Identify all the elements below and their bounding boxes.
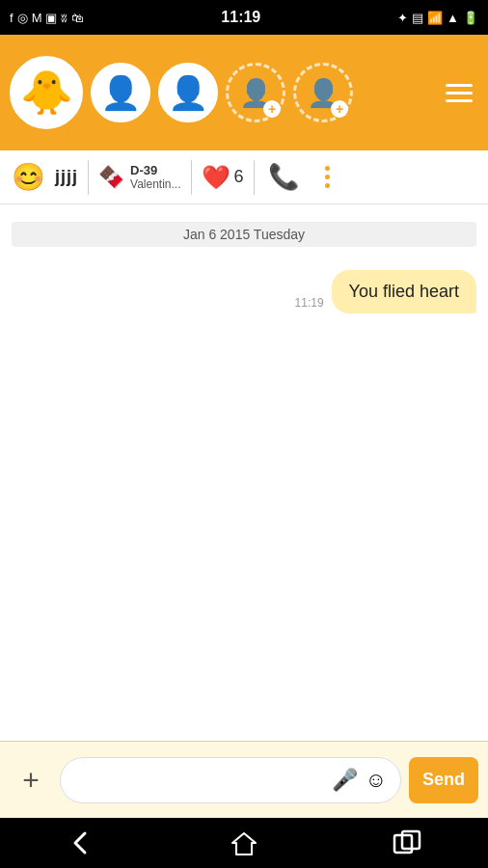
plus-badge-2: + [331, 100, 348, 118]
shop-icon: 🛍 [71, 11, 84, 25]
chat-area: Jan 6 2015 Tuesday 11:19 You flied heart [0, 204, 488, 741]
gmail-icon: M [32, 11, 42, 25]
divider-3 [254, 160, 255, 195]
plus-icon: + [22, 764, 40, 797]
avatar-user-teal[interactable]: 👤 [91, 63, 150, 122]
duck-icon: 🐥 [20, 71, 73, 114]
dot-1 [325, 166, 330, 171]
add-person-2[interactable]: 👤 + [293, 63, 353, 122]
sim-icon: ▤ [412, 11, 423, 25]
dot-3 [325, 183, 330, 188]
send-label: Send [422, 770, 465, 790]
heart-pink-icon: ❤️ [202, 164, 230, 191]
message-row: 11:19 You flied heart [12, 270, 476, 313]
sub-header: 😊 jjjj 🍫 D-39 Valentin... ❤️ 6 📞 [0, 150, 488, 204]
hamburger-line-1 [446, 84, 473, 87]
battery-icon: 🔋 [463, 11, 478, 25]
like-badge[interactable]: ❤️ 6 [202, 164, 244, 191]
home-button[interactable] [215, 824, 273, 862]
like-count: 6 [234, 167, 244, 187]
message-time: 11:19 [295, 296, 324, 310]
back-button[interactable] [52, 824, 110, 862]
date-label: Jan 6 2015 Tuesday [12, 222, 476, 247]
wifi-icon: 📶 [427, 11, 443, 25]
message-text: You flied heart [349, 282, 459, 301]
input-area: + 🎤 ☺ Send [0, 741, 488, 818]
dot-2 [325, 175, 330, 179]
bluetooth-icon: ✦ [397, 11, 408, 25]
divider-1 [88, 160, 89, 195]
location-icon: ◎ [17, 11, 28, 25]
chocolate-heart-icon: 🍫 [98, 165, 124, 190]
app-header: 🐥 👤 👤 👤 + 👤 + [0, 35, 488, 150]
avatar-duck[interactable]: 🐥 [10, 56, 83, 129]
text-input-wrapper[interactable]: 🎤 ☺ [60, 757, 401, 803]
avatar-user-pink[interactable]: 👤 [158, 63, 218, 122]
frogger-icon: ʬ [61, 11, 68, 25]
nav-bar [0, 818, 488, 868]
hamburger-line-3 [446, 99, 473, 102]
plus-badge-1: + [263, 100, 281, 118]
divider-2 [191, 160, 192, 195]
svg-marker-0 [232, 833, 256, 854]
valentine-badge[interactable]: 🍫 D-39 Valentin... [98, 163, 180, 191]
message-bubble: You flied heart [332, 270, 476, 313]
recents-button[interactable] [378, 824, 436, 862]
call-button[interactable]: 📞 [264, 158, 303, 197]
message-input[interactable] [74, 772, 324, 789]
person-teal-icon: 👤 [100, 73, 141, 112]
signal-icon: ▲ [447, 11, 459, 25]
phone-icon: 📞 [268, 162, 299, 192]
bbm-icon: ▣ [45, 11, 57, 25]
emoji-button-icon[interactable]: ☺ [366, 768, 387, 793]
add-person-1[interactable]: 👤 + [226, 63, 285, 122]
microphone-icon[interactable]: 🎤 [332, 768, 358, 793]
fb-icon: f [10, 11, 14, 25]
send-button[interactable]: Send [409, 757, 478, 803]
valentine-day: D-39 [130, 163, 180, 177]
status-right-icons: ✦ ▤ 📶 ▲ 🔋 [397, 11, 478, 25]
recents-icon [393, 829, 421, 856]
date-label-wrapper: Jan 6 2015 Tuesday [12, 214, 476, 255]
status-left-icons: f ◎ M ▣ ʬ 🛍 [10, 11, 84, 25]
home-icon [230, 829, 258, 856]
hamburger-line-2 [446, 92, 473, 95]
smile-emoji[interactable]: 😊 [12, 161, 45, 193]
valentine-text: Valentin... [130, 177, 180, 191]
hamburger-menu-button[interactable] [440, 73, 478, 112]
add-button[interactable]: + [10, 759, 52, 801]
back-arrow-icon [68, 829, 95, 856]
chat-name: jjjj [55, 167, 78, 187]
more-options-button[interactable] [312, 158, 343, 197]
status-time: 11:19 [221, 9, 260, 26]
status-bar: f ◎ M ▣ ʬ 🛍 11:19 ✦ ▤ 📶 ▲ 🔋 [0, 0, 488, 35]
person-pink-icon: 👤 [168, 73, 208, 112]
